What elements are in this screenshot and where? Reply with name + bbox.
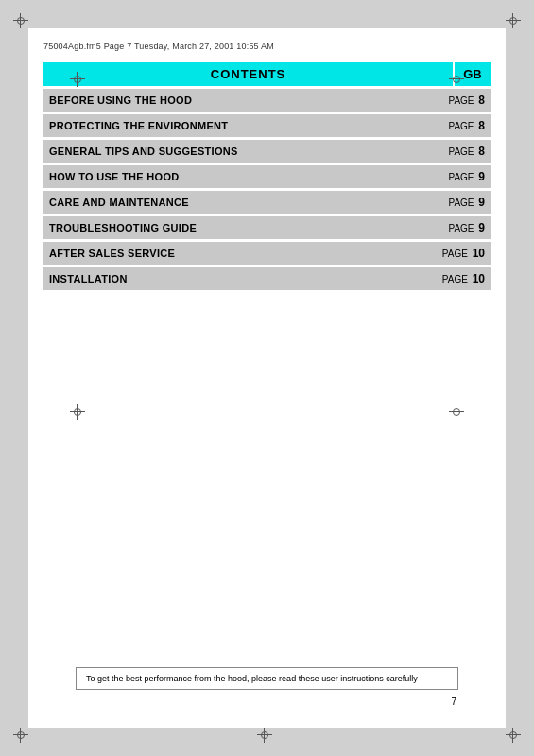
toc-item-label: TROUBLESHOOTING GUIDE (43, 217, 424, 238)
toc-item-page: PAGE 8 (424, 114, 491, 137)
toc-item-page: PAGE 8 (424, 89, 491, 112)
crosshair-outer-bottom-center (257, 728, 272, 743)
toc-row: HOW TO USE THE HOODPAGE 9 (43, 165, 491, 188)
toc-row: PROTECTING THE ENVIRONMENTPAGE 8 (43, 114, 491, 137)
toc-item-page: PAGE 10 (424, 242, 491, 265)
crosshair-outer-top-left (13, 13, 28, 28)
toc-row: AFTER SALES SERVICEPAGE 10 (43, 242, 491, 265)
toc-item-label: HOW TO USE THE HOOD (43, 166, 424, 187)
contents-title: CONTENTS (43, 62, 453, 86)
toc-item-page: PAGE 9 (424, 191, 491, 214)
toc-row: CARE AND MAINTENANCEPAGE 9 (43, 191, 491, 214)
toc-item-label: AFTER SALES SERVICE (43, 243, 424, 264)
toc-item-page: PAGE 10 (424, 267, 491, 290)
toc-item-label: PROTECTING THE ENVIRONMENT (43, 115, 424, 136)
toc-item-label: GENERAL TIPS AND SUGGESTIONS (43, 141, 424, 162)
contents-title-row: CONTENTS GB (43, 62, 491, 86)
footer-box: To get the best performance from the hoo… (76, 667, 458, 690)
crosshair-outer-bottom-left (13, 728, 28, 743)
crosshair-mid-left (70, 404, 85, 420)
crosshair-top-right (449, 72, 464, 87)
footer-text: To get the best performance from the hoo… (86, 674, 418, 683)
page-number: 7 (451, 696, 456, 707)
toc-rows: BEFORE USING THE HOODPAGE 8PROTECTING TH… (43, 89, 491, 290)
crosshair-top-left (70, 72, 85, 87)
toc-item-label: CARE AND MAINTENANCE (43, 192, 424, 213)
crosshair-outer-bottom-right (506, 728, 521, 743)
header-line: 75004Agb.fm5 Page 7 Tuesday, March 27, 2… (43, 42, 491, 51)
crosshair-mid-right (449, 404, 464, 420)
toc-item-label: BEFORE USING THE HOOD (43, 90, 424, 111)
toc-row: GENERAL TIPS AND SUGGESTIONSPAGE 8 (43, 140, 491, 163)
toc-item-page: PAGE 9 (424, 165, 491, 188)
contents-table: CONTENTS GB BEFORE USING THE HOODPAGE 8P… (43, 62, 491, 290)
toc-item-page: PAGE 8 (424, 140, 491, 163)
toc-row: BEFORE USING THE HOODPAGE 8 (43, 89, 491, 112)
toc-row: INSTALLATIONPAGE 10 (43, 267, 491, 290)
toc-item-label: INSTALLATION (43, 268, 424, 289)
crosshair-outer-top-right (506, 13, 521, 28)
toc-row: TROUBLESHOOTING GUIDEPAGE 9 (43, 216, 491, 239)
toc-item-page: PAGE 9 (424, 216, 491, 239)
page: 75004Agb.fm5 Page 7 Tuesday, March 27, 2… (28, 28, 506, 728)
